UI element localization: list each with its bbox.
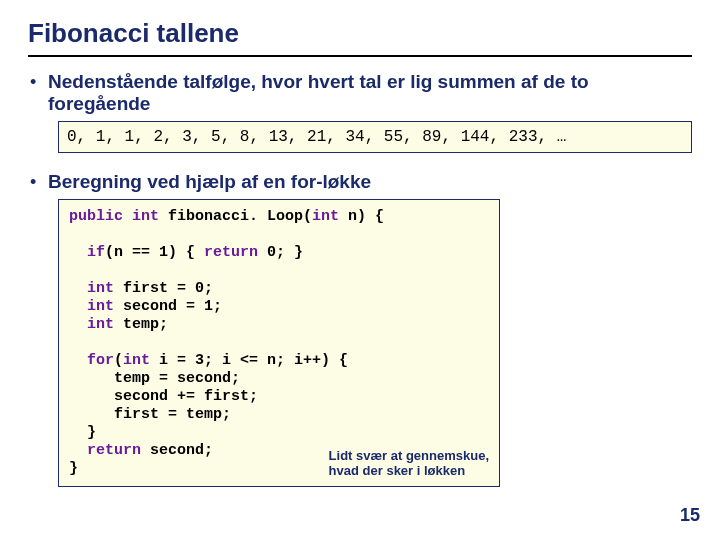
bullet-1: • Nedenstående talfølge, hvor hvert tal … (28, 71, 692, 115)
kw-int: int (87, 316, 114, 333)
page-number: 15 (680, 505, 700, 526)
code-text: 0; } (258, 244, 303, 261)
slide-title: Fibonacci tallene (28, 18, 692, 49)
bullet-2-text: Beregning ved hjælp af en for-løkke (48, 171, 371, 193)
code-box: public int fibonacci. Loop(int n) { if(n… (58, 199, 500, 487)
code-text: temp; (114, 316, 168, 333)
kw-return: return (87, 442, 141, 459)
slide-content: Fibonacci tallene • Nedenstående talfølg… (0, 0, 720, 487)
code-annotation: Lidt svær at gennemskue, hvad der sker i… (329, 448, 489, 478)
code-text: i = 3; i <= n; i++) { (150, 352, 348, 369)
kw-int: int (312, 208, 339, 225)
kw-int: int (87, 298, 114, 315)
code-text: temp = second; (114, 370, 240, 387)
bullet-2: • Beregning ved hjælp af en for-løkke (28, 171, 692, 193)
kw-public: public (69, 208, 123, 225)
code-text: second; (141, 442, 213, 459)
bullet-dot-icon: • (28, 71, 48, 93)
code-text: first = 0; (114, 280, 213, 297)
kw-int: int (132, 208, 159, 225)
code-text: } (69, 460, 78, 477)
bullet-dot-icon: • (28, 171, 48, 193)
kw-return: return (204, 244, 258, 261)
code-text: } (87, 424, 96, 441)
code-text: ( (114, 352, 123, 369)
code-content: public int fibonacci. Loop(int n) { if(n… (69, 208, 489, 478)
annotation-line-2: hvad der sker i løkken (329, 463, 466, 478)
code-text: second += first; (114, 388, 258, 405)
kw-int: int (87, 280, 114, 297)
kw-if: if (87, 244, 105, 261)
code-text: n) { (339, 208, 384, 225)
sequence-box: 0, 1, 1, 2, 3, 5, 8, 13, 21, 34, 55, 89,… (58, 121, 692, 153)
kw-for: for (87, 352, 114, 369)
annotation-line-1: Lidt svær at gennemskue, (329, 448, 489, 463)
fn-name: fibonacci. Loop( (159, 208, 312, 225)
code-text: (n == 1) { (105, 244, 204, 261)
bullet-1-text: Nedenstående talfølge, hvor hvert tal er… (48, 71, 692, 115)
code-text: second = 1; (114, 298, 222, 315)
kw-int: int (123, 352, 150, 369)
code-text: first = temp; (114, 406, 231, 423)
title-divider (28, 55, 692, 57)
